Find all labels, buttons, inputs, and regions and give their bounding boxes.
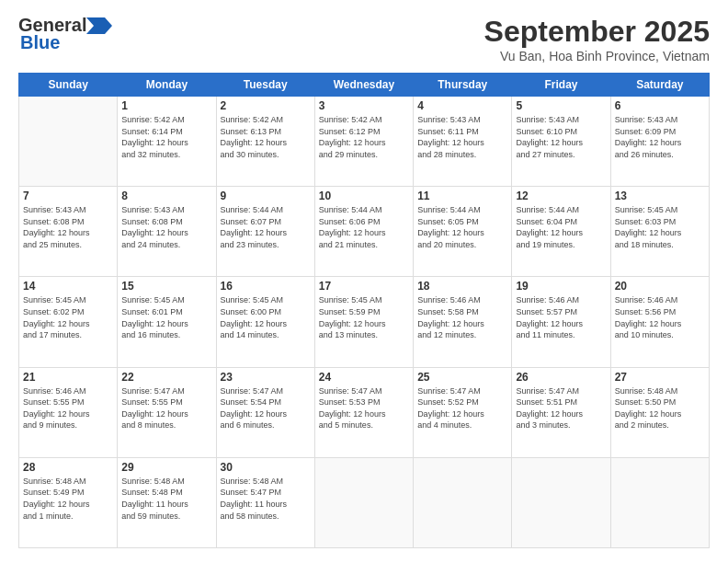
day-number: 5 — [516, 99, 606, 112]
day-number: 26 — [516, 371, 606, 384]
logo: General Blue — [18, 15, 112, 53]
day-info: Sunrise: 5:48 AM Sunset: 5:47 PM Dayligh… — [221, 476, 311, 522]
calendar-cell: 28Sunrise: 5:48 AM Sunset: 5:49 PM Dayli… — [19, 457, 118, 547]
day-number: 8 — [121, 190, 211, 202]
day-number: 29 — [121, 461, 211, 474]
day-number: 28 — [23, 461, 113, 474]
day-number: 15 — [121, 280, 211, 293]
day-info: Sunrise: 5:42 AM Sunset: 6:14 PM Dayligh… — [121, 114, 211, 160]
calendar-cell: 25Sunrise: 5:47 AM Sunset: 5:52 PM Dayli… — [414, 367, 512, 457]
calendar-cell: 17Sunrise: 5:45 AM Sunset: 5:59 PM Dayli… — [314, 277, 413, 367]
day-info: Sunrise: 5:43 AM Sunset: 6:10 PM Dayligh… — [516, 114, 606, 160]
day-info: Sunrise: 5:46 AM Sunset: 5:55 PM Dayligh… — [23, 385, 113, 431]
day-number: 1 — [121, 99, 211, 112]
calendar-cell: 8Sunrise: 5:43 AM Sunset: 6:08 PM Daylig… — [118, 187, 216, 277]
calendar-cell: 2Sunrise: 5:42 AM Sunset: 6:13 PM Daylig… — [216, 97, 314, 187]
weekday-header-saturday: Saturday — [610, 74, 709, 97]
calendar-cell: 1Sunrise: 5:42 AM Sunset: 6:14 PM Daylig… — [118, 97, 216, 187]
day-number: 23 — [221, 371, 311, 384]
day-number: 13 — [615, 190, 705, 202]
calendar-cell: 22Sunrise: 5:47 AM Sunset: 5:55 PM Dayli… — [118, 367, 216, 457]
day-number: 27 — [615, 371, 705, 384]
day-info: Sunrise: 5:44 AM Sunset: 6:04 PM Dayligh… — [516, 204, 606, 250]
calendar-cell: 21Sunrise: 5:46 AM Sunset: 5:55 PM Dayli… — [19, 367, 118, 457]
calendar-cell: 14Sunrise: 5:45 AM Sunset: 6:02 PM Dayli… — [19, 277, 118, 367]
calendar-cell: 18Sunrise: 5:46 AM Sunset: 5:58 PM Dayli… — [414, 277, 512, 367]
header: General Blue September 2025 Vu Ban, Hoa … — [18, 15, 710, 63]
day-info: Sunrise: 5:42 AM Sunset: 6:13 PM Dayligh… — [221, 114, 311, 160]
calendar-cell — [414, 457, 512, 547]
weekday-header-wednesday: Wednesday — [314, 74, 413, 97]
calendar-cell: 9Sunrise: 5:44 AM Sunset: 6:07 PM Daylig… — [216, 187, 314, 277]
day-info: Sunrise: 5:48 AM Sunset: 5:48 PM Dayligh… — [121, 476, 211, 522]
weekday-header-friday: Friday — [512, 74, 610, 97]
calendar-week-row: 7Sunrise: 5:43 AM Sunset: 6:08 PM Daylig… — [19, 187, 710, 277]
day-number: 21 — [23, 371, 113, 384]
day-info: Sunrise: 5:46 AM Sunset: 5:58 PM Dayligh… — [417, 294, 507, 340]
calendar-cell — [610, 457, 709, 547]
calendar-week-row: 28Sunrise: 5:48 AM Sunset: 5:49 PM Dayli… — [19, 457, 710, 547]
day-info: Sunrise: 5:48 AM Sunset: 5:50 PM Dayligh… — [615, 385, 705, 431]
calendar-cell — [512, 457, 610, 547]
calendar-cell: 26Sunrise: 5:47 AM Sunset: 5:51 PM Dayli… — [512, 367, 610, 457]
day-info: Sunrise: 5:45 AM Sunset: 6:00 PM Dayligh… — [221, 294, 311, 340]
day-info: Sunrise: 5:43 AM Sunset: 6:09 PM Dayligh… — [615, 114, 705, 160]
day-info: Sunrise: 5:44 AM Sunset: 6:06 PM Dayligh… — [319, 204, 409, 250]
day-info: Sunrise: 5:46 AM Sunset: 5:57 PM Dayligh… — [516, 294, 606, 340]
day-number: 30 — [221, 461, 311, 474]
day-number: 4 — [417, 99, 507, 112]
day-info: Sunrise: 5:45 AM Sunset: 5:59 PM Dayligh… — [319, 294, 409, 340]
calendar-cell: 5Sunrise: 5:43 AM Sunset: 6:10 PM Daylig… — [512, 97, 610, 187]
calendar-cell: 29Sunrise: 5:48 AM Sunset: 5:48 PM Dayli… — [118, 457, 216, 547]
day-number: 3 — [319, 99, 409, 112]
calendar-cell: 6Sunrise: 5:43 AM Sunset: 6:09 PM Daylig… — [610, 97, 709, 187]
calendar-cell: 24Sunrise: 5:47 AM Sunset: 5:53 PM Dayli… — [314, 367, 413, 457]
calendar-cell: 27Sunrise: 5:48 AM Sunset: 5:50 PM Dayli… — [610, 367, 709, 457]
day-number: 25 — [417, 371, 507, 384]
day-number: 2 — [221, 99, 311, 112]
calendar-cell — [19, 97, 118, 187]
day-info: Sunrise: 5:44 AM Sunset: 6:07 PM Dayligh… — [221, 204, 311, 250]
calendar-week-row: 1Sunrise: 5:42 AM Sunset: 6:14 PM Daylig… — [19, 97, 710, 187]
day-info: Sunrise: 5:44 AM Sunset: 6:05 PM Dayligh… — [417, 204, 507, 250]
day-number: 9 — [221, 190, 311, 202]
calendar-cell: 16Sunrise: 5:45 AM Sunset: 6:00 PM Dayli… — [216, 277, 314, 367]
calendar-cell: 3Sunrise: 5:42 AM Sunset: 6:12 PM Daylig… — [314, 97, 413, 187]
day-number: 17 — [319, 280, 409, 293]
logo-blue: Blue — [20, 32, 60, 53]
day-info: Sunrise: 5:47 AM Sunset: 5:53 PM Dayligh… — [319, 385, 409, 431]
day-info: Sunrise: 5:47 AM Sunset: 5:55 PM Dayligh… — [121, 385, 211, 431]
day-number: 11 — [417, 190, 507, 202]
day-info: Sunrise: 5:47 AM Sunset: 5:54 PM Dayligh… — [221, 385, 311, 431]
day-number: 10 — [319, 190, 409, 202]
page: General Blue September 2025 Vu Ban, Hoa … — [0, 0, 728, 563]
calendar-cell: 13Sunrise: 5:45 AM Sunset: 6:03 PM Dayli… — [610, 187, 709, 277]
calendar-cell: 15Sunrise: 5:45 AM Sunset: 6:01 PM Dayli… — [118, 277, 216, 367]
weekday-header-thursday: Thursday — [414, 74, 512, 97]
day-number: 7 — [23, 190, 113, 202]
month-title: September 2025 — [484, 15, 710, 49]
day-number: 22 — [121, 371, 211, 384]
day-info: Sunrise: 5:43 AM Sunset: 6:11 PM Dayligh… — [417, 114, 507, 160]
calendar-cell: 4Sunrise: 5:43 AM Sunset: 6:11 PM Daylig… — [414, 97, 512, 187]
calendar-cell: 30Sunrise: 5:48 AM Sunset: 5:47 PM Dayli… — [216, 457, 314, 547]
day-info: Sunrise: 5:47 AM Sunset: 5:52 PM Dayligh… — [417, 385, 507, 431]
calendar-cell: 20Sunrise: 5:46 AM Sunset: 5:56 PM Dayli… — [610, 277, 709, 367]
calendar-cell: 10Sunrise: 5:44 AM Sunset: 6:06 PM Dayli… — [314, 187, 413, 277]
calendar-cell: 11Sunrise: 5:44 AM Sunset: 6:05 PM Dayli… — [414, 187, 512, 277]
day-number: 12 — [516, 190, 606, 202]
day-number: 19 — [516, 280, 606, 293]
day-number: 16 — [221, 280, 311, 293]
day-number: 20 — [615, 280, 705, 293]
svg-marker-0 — [86, 17, 112, 34]
calendar-table: SundayMondayTuesdayWednesdayThursdayFrid… — [18, 73, 710, 548]
day-info: Sunrise: 5:43 AM Sunset: 6:08 PM Dayligh… — [121, 204, 211, 250]
calendar-cell: 19Sunrise: 5:46 AM Sunset: 5:57 PM Dayli… — [512, 277, 610, 367]
calendar-cell: 12Sunrise: 5:44 AM Sunset: 6:04 PM Dayli… — [512, 187, 610, 277]
calendar-cell — [314, 457, 413, 547]
calendar-week-row: 14Sunrise: 5:45 AM Sunset: 6:02 PM Dayli… — [19, 277, 710, 367]
day-info: Sunrise: 5:43 AM Sunset: 6:08 PM Dayligh… — [23, 204, 113, 250]
day-info: Sunrise: 5:42 AM Sunset: 6:12 PM Dayligh… — [319, 114, 409, 160]
day-info: Sunrise: 5:45 AM Sunset: 6:01 PM Dayligh… — [121, 294, 211, 340]
calendar-week-row: 21Sunrise: 5:46 AM Sunset: 5:55 PM Dayli… — [19, 367, 710, 457]
